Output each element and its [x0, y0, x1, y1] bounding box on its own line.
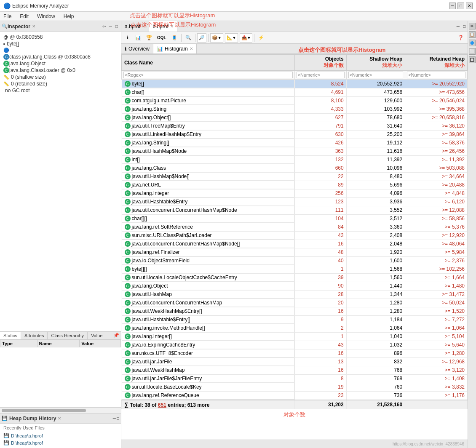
table-row[interactable]: Cjava.lang.invoke.MethodHandle[]21,064>=… — [122, 324, 468, 332]
table-row[interactable]: Cbyte[]8,52420,552,920>= 20,552,920 — [122, 80, 468, 88]
inspector-nav-btn[interactable]: ⇦ — [101, 24, 107, 29]
minimize-btn[interactable]: ─ — [449, 3, 456, 9]
table-row[interactable]: Cjava.lang.String[]42619,112>= 58,376 — [122, 139, 468, 147]
calc-dropdown[interactable]: 📐 ▼ — [225, 33, 238, 43]
pin-btn[interactable]: 📌 — [112, 332, 121, 339]
file-tab-a[interactable]: a.hprof ✕ — [121, 21, 149, 32]
table-row[interactable]: Cjava.io.ExpiringCache$Entry431,032>= 5,… — [122, 341, 468, 349]
histogram-tab-close[interactable]: ✕ — [190, 46, 193, 51]
table-row[interactable]: Csun.nio.cs.UTF_8$Encoder16896>= 1,280 — [122, 349, 468, 357]
objects-filter[interactable] — [297, 72, 345, 78]
inspector-toolbar-btn[interactable]: 🔍 — [183, 33, 193, 43]
find-dropdown[interactable]: 🔎 — [197, 33, 206, 43]
table-row[interactable]: Csun.util.locale.LocaleObjectCache$Cache… — [122, 273, 468, 282]
left-scrollbar[interactable] — [0, 407, 121, 413]
file-tab-b[interactable]: b.hprof ✕ — [149, 21, 177, 32]
table-row[interactable]: Cchar[][]1043,512>= 58,856 — [122, 214, 468, 223]
table-row[interactable]: Cjava.util.concurrent.ConcurrentHashMap$… — [122, 240, 468, 248]
table-row[interactable]: Csun.misc.URLClassPath$JarLoader432,408>… — [122, 231, 468, 240]
table-row[interactable]: Cint[]13211,392>= 11,392 — [122, 155, 468, 164]
shallow-filter[interactable] — [348, 72, 404, 78]
class-row-icon: C — [125, 308, 131, 314]
find-icon: 🔎 — [199, 35, 205, 40]
table-row[interactable]: Cjava.util.Hashtable$Entry1233,936>= 6,1… — [122, 197, 468, 206]
table-row[interactable]: Cjava.util.HashMap$Node[]228,480>= 34,66… — [122, 172, 468, 181]
histogram-container[interactable]: Class Name Objects 对象个数 Shallow Heap 浅堆大… — [121, 54, 468, 440]
tab-statics[interactable]: Statics — [0, 332, 21, 339]
left-scrollbar-thumb[interactable] — [2, 409, 86, 412]
retained-filter[interactable] — [407, 72, 465, 78]
tab-class-hierarchy[interactable]: Class Hierarchy — [48, 332, 88, 339]
strip-btn-1[interactable]: ✏ — [469, 23, 476, 29]
strip-btn-4[interactable]: ⬜ — [469, 48, 476, 55]
class-name-cell: java.util.HashMap$Node[] — [132, 173, 190, 179]
file-tab-a-close[interactable]: ✕ — [142, 24, 145, 29]
table-row[interactable]: Cjava.util.concurrent.ConcurrentHashMap2… — [122, 299, 468, 307]
thread-btn[interactable]: 🧵 — [169, 33, 179, 43]
table-row[interactable]: Cjava.lang.ref.ReferenceQueue23736>= 1,1… — [122, 391, 468, 400]
inspector-max-btn[interactable]: □ — [114, 24, 119, 29]
menu-file[interactable]: File — [2, 13, 13, 20]
strip-btn-3[interactable]: 🔷 — [469, 40, 476, 46]
info-btn[interactable]: ℹ — [123, 33, 132, 43]
close-btn[interactable]: ✕ — [466, 3, 473, 9]
table-row[interactable]: Cjava.io.ObjectStreamField401,600>= 2,37… — [122, 256, 468, 265]
toolbar-sep4 — [254, 34, 254, 42]
export-dropdown[interactable]: 📤 ▼ — [240, 33, 253, 43]
tab-histogram[interactable]: 📊 Histogram ✕ — [153, 44, 197, 53]
table-row[interactable]: Cjava.util.HashMap281,344>= 31,472 — [122, 290, 468, 299]
actions-btn[interactable]: ⚡ — [256, 33, 266, 43]
table-row[interactable]: Ccom.atguigu.mat.Picture8,100129,600>= 2… — [122, 96, 468, 105]
table-row[interactable]: Cjava.util.concurrent.ConcurrentHashMap$… — [122, 206, 468, 214]
table-row[interactable]: Cjava.util.LinkedHashMap$Entry63025,200>… — [122, 130, 468, 139]
table-row[interactable]: Cjava.lang.Integer2564,096>= 4,848 — [122, 189, 468, 197]
heap-dump-file-1[interactable]: 💾 D:\heap\b.hprof — [3, 439, 118, 446]
retained-cell: >= 36,120 — [405, 122, 468, 130]
table-row[interactable]: Cjava.util.jar.JarFile13832>= 12,968 — [122, 357, 468, 366]
total-objects: 31,202 — [294, 400, 346, 409]
table-row[interactable]: Cjava.lang.Object901,440>= 1,480 — [122, 282, 468, 290]
table-row[interactable]: Cjava.util.jar.JarFile$JarFileEntry8768>… — [122, 374, 468, 383]
table-row[interactable]: Cbyte[][]11,568>= 102,256 — [122, 265, 468, 273]
table-row[interactable]: Csun.util.locale.BaseLocale$Key19760>= 3… — [122, 383, 468, 391]
table-row[interactable]: Cjava.util.TreeMap$Entry79131,640>= 36,1… — [122, 122, 468, 130]
help-btn[interactable]: ❓ — [456, 33, 466, 43]
table-row[interactable]: Cjava.net.URL895,696>= 20,488 — [122, 181, 468, 189]
class-name-cell: java.util.Hashtable$Entry — [132, 199, 188, 205]
table-row[interactable]: Cjava.lang.ref.Finalizer481,920>= 5,984 — [122, 248, 468, 256]
strip-btn-2[interactable]: 📋 — [469, 31, 476, 38]
table-row[interactable]: Cjava.lang.Class66010,096>= 503,088 — [122, 164, 468, 172]
table-row[interactable]: Cjava.util.WeakHashMap16768>= 3,120 — [122, 366, 468, 374]
table-row[interactable]: Cjava.util.Hashtable$Entry[]91,184>= 7,2… — [122, 315, 468, 324]
heap-dump-max[interactable]: □ — [117, 416, 119, 421]
object-icon: C — [3, 61, 9, 67]
tab-max-btn[interactable]: □ — [462, 24, 467, 29]
tab-value[interactable]: Value — [88, 332, 106, 339]
maximize-btn[interactable]: □ — [457, 3, 464, 9]
file-tab-b-close[interactable]: ✕ — [170, 24, 174, 29]
regex-filter[interactable] — [123, 72, 293, 78]
class-name-cell: java.util.HashMap — [132, 291, 172, 297]
table-row[interactable]: Cjava.lang.ref.SoftReference843,360>= 5,… — [122, 223, 468, 231]
tab-overview[interactable]: ℹ Overview — [121, 44, 153, 53]
menu-help[interactable]: Help — [62, 13, 76, 20]
group-dropdown[interactable]: 📦 ▼ — [210, 33, 223, 43]
oql-btn[interactable]: OQL — [155, 33, 168, 43]
menu-edit[interactable]: Edit — [18, 13, 30, 20]
strip-btn-5[interactable]: 🔲 — [469, 56, 476, 63]
table-row[interactable]: Cjava.lang.String4,333103,992>= 395,368 — [122, 105, 468, 113]
tab-attributes[interactable]: Attributes — [21, 332, 48, 339]
heap-dump-min[interactable]: ─ — [113, 416, 116, 421]
inspector-min-btn[interactable]: ─ — [108, 24, 113, 29]
table-row[interactable]: Cjava.lang.Object[]62778,680>= 20,658,81… — [122, 113, 468, 122]
tab-min-btn[interactable]: ─ — [455, 24, 461, 29]
histogram-btn[interactable]: 📊 — [133, 33, 143, 43]
shallow-cell: 3,360 — [346, 223, 405, 231]
dominators-btn[interactable]: 🏆 — [144, 33, 154, 43]
table-row[interactable]: Cjava.util.HashMap$Node36311,616>= 26,45… — [122, 147, 468, 155]
table-row[interactable]: Cjava.lang.Integer[]11,040>= 5,104 — [122, 332, 468, 341]
table-row[interactable]: Cchar[]4,691473,656>= 473,656 — [122, 88, 468, 96]
heap-dump-file-0[interactable]: 💾 D:\heap\a.hprof — [3, 432, 118, 439]
menu-window[interactable]: Window — [35, 13, 57, 20]
table-row[interactable]: Cjava.util.WeakHashMap$Entry[]161,280>= … — [122, 307, 468, 315]
